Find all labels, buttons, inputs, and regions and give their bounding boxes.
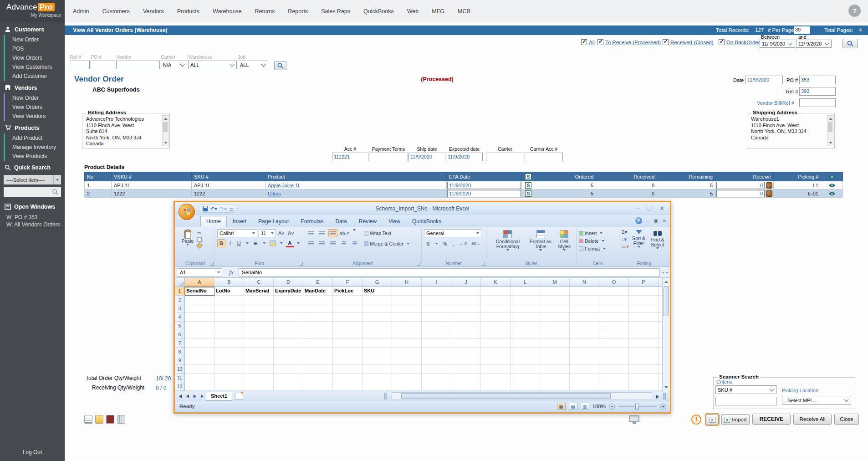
customize-qat-icon[interactable]: ⚌ — [230, 206, 234, 212]
col-header-s[interactable]: S — [522, 172, 535, 181]
align-bottom-button[interactable] — [328, 229, 337, 237]
cell-L12[interactable] — [511, 382, 540, 391]
cell-B11[interactable] — [214, 374, 244, 382]
cell-A6[interactable] — [185, 330, 214, 339]
underline-button[interactable]: U — [235, 239, 243, 247]
cell-E6[interactable] — [303, 330, 333, 339]
scroll-up-icon[interactable] — [664, 279, 669, 284]
receive-qty-input[interactable]: 0 — [716, 190, 765, 197]
cell-O8[interactable] — [599, 348, 629, 356]
col-header-F[interactable]: F — [333, 278, 363, 287]
cell-G5[interactable] — [363, 322, 392, 330]
date-search-button[interactable] — [842, 39, 858, 48]
payment-terms-field[interactable] — [369, 153, 408, 161]
acc-field[interactable]: 111221 — [332, 153, 368, 161]
decrease-decimal-button[interactable]: .00→ — [470, 240, 481, 247]
excel-tab-home[interactable]: Home — [200, 216, 227, 227]
cell-O11[interactable] — [599, 374, 629, 382]
eye-icon[interactable] — [821, 183, 842, 188]
cell-I2[interactable] — [422, 296, 451, 304]
merge-center-button[interactable]: Merge & Center — [364, 240, 411, 247]
folder-icon[interactable] — [95, 415, 103, 424]
cell-I9[interactable] — [422, 356, 451, 365]
cell-C6[interactable] — [244, 330, 274, 339]
tab-splitter[interactable] — [384, 393, 387, 400]
cell-N12[interactable] — [570, 382, 599, 391]
cell-M12[interactable] — [540, 382, 570, 391]
font-size-select[interactable]: 11 — [259, 229, 276, 237]
align-top-button[interactable] — [306, 229, 316, 237]
cell-A4[interactable] — [185, 313, 214, 322]
cell-N2[interactable] — [570, 296, 599, 304]
checkbox-all[interactable] — [581, 39, 587, 45]
save-icon[interactable] — [203, 206, 208, 211]
cell-M8[interactable] — [540, 348, 570, 356]
cell-D1[interactable]: ExpiryDate — [274, 287, 303, 296]
cell-view[interactable] — [821, 190, 843, 198]
per-page-input[interactable]: 39 — [794, 26, 810, 34]
cell-M2[interactable] — [540, 296, 570, 304]
logout-button[interactable]: Log Out — [0, 449, 65, 456]
cell-F9[interactable] — [333, 356, 363, 365]
cell-A3[interactable] — [185, 304, 214, 313]
orientation-button[interactable]: ab↗ — [339, 229, 349, 237]
cell-O1[interactable] — [599, 287, 629, 296]
receive-qty-input[interactable]: 0 — [716, 182, 765, 189]
cell-L2[interactable] — [511, 296, 540, 304]
expand-formula-bar-icon[interactable]: ⌄⌄ — [661, 269, 669, 274]
cell-J12[interactable] — [451, 382, 481, 391]
row-header-4[interactable]: 4 — [175, 313, 185, 322]
cell-B8[interactable] — [214, 348, 244, 356]
excel-window[interactable]: Schema_Import_SNs - Microsoft Excel – □ … — [174, 201, 671, 414]
po-input[interactable] — [91, 61, 115, 69]
cell-M6[interactable] — [540, 330, 570, 339]
cell-N7[interactable] — [570, 339, 599, 348]
cell-I1[interactable] — [422, 287, 451, 296]
excel-vertical-scrollbar[interactable] — [662, 278, 670, 391]
cell-F10[interactable] — [333, 365, 363, 374]
insert-cells-button[interactable]: Insert — [579, 229, 617, 237]
cell-J5[interactable] — [451, 322, 481, 330]
col-header-C[interactable]: C — [244, 278, 274, 287]
cell-P5[interactable] — [629, 322, 659, 330]
row-header-3[interactable]: 3 — [175, 304, 185, 313]
zoom-slider[interactable] — [618, 406, 657, 407]
po-field[interactable]: 353 — [799, 76, 836, 84]
cell-H12[interactable] — [392, 382, 422, 391]
nav-item-products[interactable]: Products — [177, 8, 199, 15]
cell-J7[interactable] — [451, 339, 481, 348]
product-row-1[interactable]: 1APJ-1LAPJ-1LApple Juice 1L11/9/2020S505… — [85, 181, 843, 190]
checkbox-to-receive[interactable] — [597, 39, 603, 45]
last-sheet-icon[interactable] — [199, 393, 205, 400]
page-layout-view-icon[interactable]: ▤ — [569, 403, 577, 410]
cell-E12[interactable] — [303, 382, 333, 391]
order-search-button[interactable] — [274, 61, 286, 70]
help-icon[interactable]: ? — [848, 5, 861, 17]
sidebar-item-customers-view-customers[interactable]: View Customers — [4, 62, 65, 72]
lot-icon[interactable] — [766, 190, 772, 197]
sidebar-item-products-add-product[interactable]: Add Product — [4, 133, 65, 143]
sheet-tab[interactable]: Sheet1 — [206, 392, 232, 401]
cell-E7[interactable] — [303, 339, 333, 348]
ship-date-field[interactable]: 11/9/2020 — [408, 153, 445, 161]
cell-F12[interactable] — [333, 382, 363, 391]
col-header-product[interactable]: Product — [266, 172, 447, 181]
cell-L4[interactable] — [511, 313, 540, 322]
excel-tab-review[interactable]: Review — [353, 216, 383, 227]
eta-date-field[interactable]: 11/9/2020 — [447, 182, 521, 189]
align-right-button[interactable] — [328, 239, 337, 247]
cell-M9[interactable] — [540, 356, 570, 365]
filter-backorder[interactable]: On BackOrder — [719, 39, 760, 45]
cell-C7[interactable] — [244, 339, 274, 348]
cell-E3[interactable] — [303, 304, 333, 313]
excel-tab-quickbooks[interactable]: QuickBooks — [406, 216, 447, 227]
cell-I8[interactable] — [422, 348, 451, 356]
sidebar-item-customers-view-orders[interactable]: View Orders — [4, 53, 65, 62]
cell-N8[interactable] — [570, 348, 599, 356]
col-header-M[interactable]: M — [540, 278, 570, 287]
col-header-eye[interactable] — [821, 172, 843, 181]
close-icon[interactable]: ✕ — [659, 205, 664, 212]
row-header-11[interactable]: 11 — [175, 374, 185, 382]
cell-P9[interactable] — [629, 356, 659, 365]
cell-C3[interactable] — [244, 304, 274, 313]
